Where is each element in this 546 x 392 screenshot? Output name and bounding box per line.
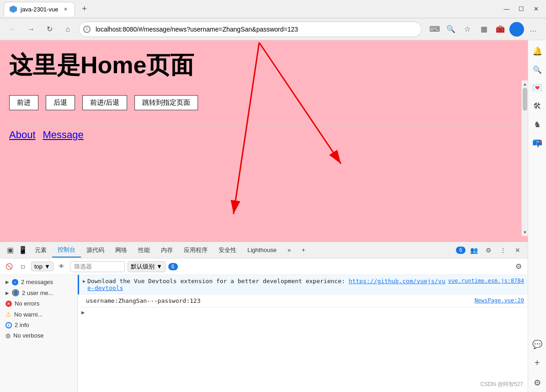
tab-console[interactable]: 控制台 [52, 243, 81, 258]
log-level-selector[interactable]: 默认级别 ▼ [128, 261, 166, 272]
tab-sources[interactable]: 源代码 [81, 243, 110, 257]
search-icon[interactable]: 🔍 [444, 22, 458, 37]
tab-memory[interactable]: 内存 [155, 243, 178, 257]
back-button[interactable]: ← [5, 22, 20, 37]
context-selector[interactable]: top ▼ [31, 262, 54, 271]
tab-elements[interactable]: 元素 [29, 243, 52, 257]
main-content: 这里是Home页面 前进 后退 前进/后退 跳转到指定页面 About Mess… [0, 40, 546, 392]
devtools-inspect-icon[interactable]: ▣ [4, 244, 16, 257]
security-icon: i [83, 26, 91, 33]
page-area: 这里是Home页面 前进 后退 前进/后退 跳转到指定页面 About Mess… [0, 40, 528, 241]
console-source-1[interactable]: NewsPage.vue:20 [475, 297, 524, 304]
scroll-down-button[interactable]: ▼ [522, 229, 528, 236]
expand-arrow-icon[interactable]: ▶ [81, 309, 85, 316]
sidebar-games-icon[interactable]: ♞ [530, 117, 545, 132]
console-count-badge: 6 [168, 263, 178, 270]
more-tabs-button[interactable]: » [282, 244, 296, 256]
sidebar-add-icon[interactable]: + [530, 355, 545, 370]
close-button[interactable]: ✕ [530, 3, 542, 16]
devtools-settings-icon[interactable]: ⚙ [482, 244, 495, 257]
back-nav-button[interactable]: 后退 [46, 95, 75, 110]
tab-security[interactable]: 安全性 [213, 243, 242, 257]
forward-back-button[interactable]: 前进/后退 [82, 95, 127, 110]
console-toolbar: 🚫 🗆 top ▼ 👁 默认级别 ▼ 6 ⚙ [0, 258, 528, 275]
profile-icon[interactable]: 👤 [509, 22, 524, 37]
tab-close-button[interactable]: ✕ [62, 5, 69, 13]
sidebar-chat-icon[interactable]: 💬 [530, 337, 545, 352]
sidebar-settings-bottom-icon[interactable]: ⚙ [530, 376, 545, 390]
forward-nav-button[interactable]: 前进 [9, 95, 38, 110]
sidebar-info-item[interactable]: i 2 info [0, 320, 77, 330]
tab-favicon [10, 5, 17, 13]
devtools-profile-icon[interactable]: 👥 [467, 244, 480, 257]
new-tab-button[interactable]: + [78, 3, 91, 16]
minimize-button[interactable]: — [500, 3, 513, 16]
browser-tab[interactable]: java-2301-vue ✕ [4, 2, 75, 16]
expand-row-icon[interactable]: ▶ [83, 279, 86, 284]
extensions-icon[interactable]: 🧰 [493, 22, 508, 37]
verbose-icon: ◍ [5, 332, 11, 339]
sidebar-errors-item[interactable]: ✕ No errors [0, 298, 77, 309]
forward-button[interactable]: → [24, 22, 38, 37]
sidebar-messages-item[interactable]: ▶ = 2 messages [0, 277, 77, 287]
sidebar-user-item[interactable]: ▶ 👤 2 user me... [0, 287, 77, 298]
devtools-device-icon[interactable]: 📱 [16, 244, 29, 257]
message-link[interactable]: Message [43, 129, 84, 141]
tab-application[interactable]: 应用程序 [178, 243, 213, 257]
info-icon: i [5, 322, 12, 328]
devtools-more-icon[interactable]: ⋮ [497, 244, 509, 257]
split-view-icon[interactable]: ▦ [476, 22, 491, 37]
page-title: 这里是Home页面 [9, 49, 519, 81]
console-message-text-1: username:ZhangSan---password:123 [86, 297, 473, 304]
tab-network[interactable]: 网络 [110, 243, 133, 257]
sidebar-search-icon[interactable]: 🔍 [530, 62, 545, 77]
clear-console-icon[interactable]: 🚫 [4, 261, 15, 272]
about-link[interactable]: About [9, 129, 36, 141]
eye-icon[interactable]: 👁 [56, 261, 67, 272]
scroll-up-button[interactable]: ▲ [522, 81, 528, 88]
window-controls: — ☐ ✕ [500, 3, 542, 16]
read-aloud-icon[interactable]: ⌨ [427, 22, 442, 37]
more-options-icon[interactable]: … [526, 22, 541, 37]
issues-badge: 6 [456, 247, 466, 254]
browser-sidebar: 🔔 🔍 💌 🛠 ♞ 📪 💬 + ⚙ [528, 40, 546, 392]
console-settings-icon[interactable]: ⚙ [513, 261, 524, 272]
page-nav: About Message [9, 124, 519, 141]
sidebar-tools-icon[interactable]: 🛠 [530, 99, 545, 113]
errors-icon: ✕ [5, 301, 12, 307]
tab-lighthouse[interactable]: Lighthouse [242, 244, 282, 256]
watermark: CSDN @阿智527 [480, 381, 523, 388]
maximize-button[interactable]: ☐ [515, 3, 528, 16]
home-button[interactable]: ⌂ [60, 22, 75, 37]
sidebar-bell-icon[interactable]: 🔔 [530, 44, 545, 59]
message-text-1: username:ZhangSan---password:123 [86, 297, 200, 304]
log-level-label: 默认级别 [131, 263, 155, 271]
expand-icon: ▶ [5, 279, 9, 285]
warnings-icon: ⚠ [5, 311, 11, 318]
tab-performance[interactable]: 性能 [133, 243, 155, 257]
sidebar-verbose-item[interactable]: ◍ No verbose [0, 330, 77, 341]
sidebar-warnings-item[interactable]: ⚠ No warni... [0, 309, 77, 320]
goto-page-button[interactable]: 跳转到指定页面 [134, 95, 198, 110]
context-dropdown-icon: ▼ [44, 263, 50, 270]
address-wrap: i [79, 21, 422, 37]
console-source-0[interactable]: vue.runtime.esm.js:8784 [448, 278, 524, 284]
tab-title: java-2301-vue [21, 6, 58, 13]
refresh-button[interactable]: ↻ [42, 22, 57, 37]
context-label: top [34, 263, 43, 270]
address-bar: ← → ↻ ⌂ i ⌨ 🔍 ☆ ▦ 🧰 👤 … [0, 18, 546, 40]
bookmark-icon[interactable]: ☆ [460, 22, 475, 37]
devtools-close-icon[interactable]: ✕ [511, 244, 524, 257]
sidebar-collections-icon[interactable]: 💌 [530, 81, 545, 95]
filter-input[interactable] [70, 261, 125, 272]
info-label: 2 info [15, 322, 29, 328]
console-output: ▶ Download the Vue Devtools extension fo… [78, 275, 528, 392]
scroll-thumb[interactable] [523, 88, 527, 111]
page-scrollbar[interactable]: ▲ ▼ [521, 81, 528, 236]
address-input[interactable] [79, 21, 422, 37]
sidebar-outlook-icon[interactable]: 📪 [530, 135, 545, 150]
add-panel-button[interactable]: + [296, 244, 311, 256]
filter-icon[interactable]: 🗆 [17, 261, 28, 272]
messages-icon: = [12, 279, 18, 285]
messages-label: 2 messages [21, 279, 53, 285]
